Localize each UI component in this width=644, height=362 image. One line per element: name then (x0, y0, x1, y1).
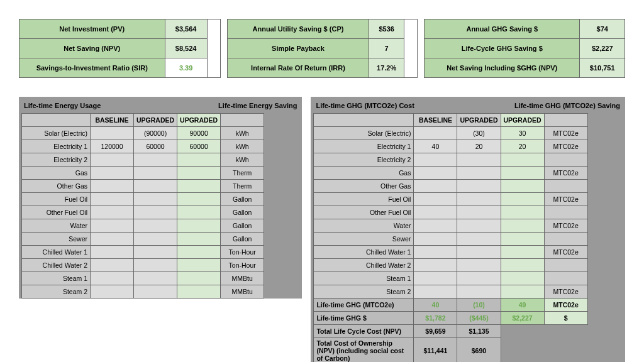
upgraded-cell (457, 167, 501, 180)
label: Net Saving (NPV) (19, 39, 165, 58)
ghg-panel: Life-time GHG (MTCO2e) Cost Life-time GH… (311, 97, 625, 362)
ghg-grid: BASELINEUPGRADEDUPGRADEDSolar (Electric)… (313, 113, 587, 362)
upgraded-cell (134, 233, 177, 246)
unit-cell (544, 272, 587, 285)
unit-cell: Gallon (221, 219, 264, 233)
saving-cell: 20 (501, 140, 544, 153)
upgraded-cell (457, 259, 501, 272)
unit-cell (544, 153, 587, 167)
unit-cell: MTC02e (544, 246, 587, 259)
baseline-cell (414, 206, 457, 219)
unit-cell: kWh (221, 140, 264, 153)
upgraded-cell: (90000) (134, 127, 177, 140)
baseline-cell (414, 272, 457, 285)
unit-cell: MTC02e (544, 219, 587, 233)
unit-cell: MMBtu (221, 285, 264, 299)
row-label: Other Fuel Oil (22, 206, 91, 219)
upgraded-cell (457, 206, 501, 219)
footer-label: Life-time GHG $ (314, 312, 414, 325)
unit-cell: Gallon (221, 233, 264, 246)
value: $536 (369, 19, 404, 39)
lower-panels: Life-time Energy Usage Life-time Energy … (19, 97, 625, 362)
value: $2,227 (580, 39, 625, 58)
unit-cell: Therm (221, 167, 264, 180)
footer-label: Life-time GHG (MTCO2e) (314, 299, 414, 312)
upgraded-cell (134, 259, 177, 272)
footer-label: Total Life Cycle Cost (NPV) (314, 325, 414, 338)
label: Simple Payback (227, 39, 369, 58)
panel-title-left: Life-time GHG (MTCO2e) Cost (316, 102, 414, 109)
unit-cell: MTC02e (544, 140, 587, 153)
baseline-cell: 40 (414, 140, 457, 153)
page: Net Investment (PV)$3,564 Net Saving (NP… (0, 0, 644, 362)
footer-val: $1,135 (457, 325, 501, 338)
row-label: Solar (Electric) (314, 127, 414, 140)
baseline-cell (91, 206, 134, 219)
value: $8,524 (165, 39, 207, 58)
energy-panel: Life-time Energy Usage Life-time Energy … (19, 97, 302, 299)
upgraded-cell (134, 246, 177, 259)
spacer (207, 19, 220, 78)
upgraded-cell (134, 272, 177, 285)
saving-cell (177, 206, 221, 219)
saving-cell (177, 285, 221, 299)
baseline-cell: 120000 (91, 140, 134, 153)
baseline-cell (91, 219, 134, 233)
column-header: UPGRADED (177, 114, 221, 127)
upgraded-cell: 60000 (134, 140, 177, 153)
unit-cell: Therm (221, 180, 264, 193)
column-header: BASELINE (414, 114, 457, 127)
row-label: Sewer (22, 233, 91, 246)
unit-cell: Ton-Hour (221, 246, 264, 259)
unit-cell: kWh (221, 127, 264, 140)
upgraded-cell: 20 (457, 140, 501, 153)
saving-cell: 90000 (177, 127, 221, 140)
row-label: Electricity 1 (314, 140, 414, 153)
row-label: Fuel Oil (22, 193, 91, 206)
saving-cell (501, 193, 544, 206)
baseline-cell (91, 180, 134, 193)
label: Internal Rate Of Return (IRR) (227, 58, 369, 78)
upgraded-cell (134, 285, 177, 299)
summary-table-investment: Net Investment (PV)$3,564 Net Saving (NP… (19, 19, 221, 78)
baseline-cell (91, 246, 134, 259)
label: Savings-to-Investment Ratio (SIR) (19, 58, 165, 78)
unit-cell: MTC02e (544, 127, 587, 140)
column-header (22, 114, 91, 127)
saving-cell (501, 206, 544, 219)
row-label: Other Gas (314, 180, 414, 193)
energy-grid: BASELINEUPGRADEDUPGRADEDSolar (Electric)… (21, 113, 264, 299)
saving-cell (177, 272, 221, 285)
footer-val: 40 (414, 299, 457, 312)
saving-cell (501, 272, 544, 285)
footer-unit: MTC02e (544, 299, 587, 312)
saving-cell: 30 (501, 127, 544, 140)
row-label: Steam 1 (314, 272, 414, 285)
unit-cell (544, 233, 587, 246)
baseline-cell (414, 246, 457, 259)
value: 7 (369, 39, 404, 58)
column-header: UPGRADED (457, 114, 501, 127)
saving-cell (177, 167, 221, 180)
saving-cell (177, 259, 221, 272)
baseline-cell (414, 153, 457, 167)
saving-cell (177, 233, 221, 246)
baseline-cell (414, 193, 457, 206)
row-label: Other Gas (22, 180, 91, 193)
column-header: UPGRADED (501, 114, 544, 127)
value: 3.39 (165, 58, 207, 78)
row-label: Steam 2 (22, 285, 91, 299)
unit-cell (544, 259, 587, 272)
saving-cell (501, 285, 544, 299)
baseline-cell (414, 219, 457, 233)
row-label: Gas (314, 167, 414, 180)
footer-val: (10) (457, 299, 501, 312)
row-label: Steam 1 (22, 272, 91, 285)
row-label: Electricity 2 (22, 153, 91, 167)
baseline-cell (91, 233, 134, 246)
row-label: Other Fuel Oil (314, 206, 414, 219)
row-label: Fuel Oil (314, 193, 414, 206)
upgraded-cell (457, 219, 501, 233)
saving-cell (177, 193, 221, 206)
saving-cell (501, 180, 544, 193)
